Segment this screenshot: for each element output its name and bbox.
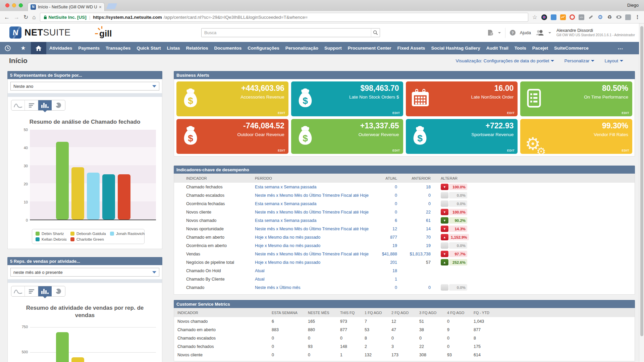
vertical-bar-chart-icon[interactable] [38, 286, 52, 296]
tile-edit-button[interactable]: EDIT [622, 111, 629, 115]
nav-item-documentos[interactable]: Documentos [211, 42, 245, 54]
nav-item-quick-start[interactable]: Quick Start [133, 42, 164, 54]
anterior-value[interactable]: 70 [397, 233, 431, 241]
metric-value[interactable]: 883 [271, 325, 308, 334]
portlet-header[interactable]: 5 Representantes de Suporte por... [7, 71, 162, 79]
nav-item-atividades[interactable]: Atividades [46, 42, 75, 54]
atual-value[interactable]: 6 [373, 216, 397, 225]
gear-extension-icon[interactable]: ⚙ [597, 14, 603, 20]
tile-edit-button[interactable]: EDIT [278, 111, 285, 115]
atual-value[interactable]: 1 [373, 275, 397, 283]
tile-edit-button[interactable]: EDIT [507, 149, 515, 152]
roles-people-icon[interactable] [535, 30, 544, 36]
kpi-tile-accessories-revenue[interactable]: $ +443,603.96 Accessories Revenue EDIT [176, 81, 288, 116]
line-chart-icon[interactable] [11, 100, 25, 110]
help-icon[interactable]: ? [510, 30, 516, 36]
anterior-value[interactable]: 0 [397, 191, 431, 199]
nav-item-support[interactable]: Support [321, 42, 345, 54]
anterior-value[interactable]: 14 [397, 225, 431, 233]
vertical-bar-chart-icon[interactable] [38, 100, 52, 110]
nav-more-button[interactable]: ... [618, 42, 623, 54]
portlet-header[interactable]: Indicadores-chave de desempenho [174, 166, 635, 174]
minimize-window-button[interactable] [12, 3, 16, 7]
anterior-value[interactable]: 0 [397, 199, 431, 208]
kpi-tile-late-non-stock-orders[interactable]: $ $98,463.70 Late Non Stock Orders $ EDI… [291, 81, 403, 116]
period-link[interactable]: Esta semana x Semana passada [255, 185, 316, 189]
address-bar[interactable]: NetSuite Inc. [US] | https://system.na1.… [40, 13, 528, 22]
period-link[interactable]: Neste mês x Mesmo Mês do Último Trimestr… [255, 252, 369, 256]
portlet-header[interactable]: 5 Reps. de vendas por atividade... [7, 257, 162, 265]
analytics-extension-icon[interactable] [560, 14, 566, 20]
period-link[interactable]: Neste mês x Mesmo Mês do Último Trimestr… [255, 227, 369, 231]
nav-item-configuracoes[interactable]: Configurações [245, 42, 282, 54]
nav-item-suitecommerce[interactable]: SuiteCommerce [551, 42, 592, 54]
nav-item-audit-trail[interactable]: Audit Trail [483, 42, 512, 54]
tile-edit-button[interactable]: EDIT [392, 111, 400, 115]
period-link[interactable]: Hoje x Mesmo dia no mês passado [255, 243, 320, 248]
window-controls[interactable] [5, 3, 23, 7]
layout-link[interactable]: Layout [604, 58, 623, 63]
period-link[interactable]: Esta semana x Semana passada [255, 201, 316, 206]
recent-records-clock-icon[interactable] [0, 42, 15, 54]
nav-item-personalizacao[interactable]: Personalização [282, 42, 321, 54]
kpi-tile-outerwear-revenue[interactable]: $ +13,337.65 Outerwear Revenue EDIT [291, 119, 403, 154]
anterior-value[interactable]: $1,813,738 [397, 250, 431, 258]
metric-value[interactable]: 0 [271, 351, 308, 359]
portlet-date-settings-link[interactable]: Visualização: Configurações de data do p… [455, 58, 554, 63]
atual-value[interactable]: $41,888 [373, 250, 397, 258]
tag-extension-icon[interactable] [551, 14, 556, 20]
period-dropdown[interactable]: Neste ano [10, 82, 159, 90]
reload-icon[interactable]: ↻ [23, 14, 28, 20]
red-o-extension-icon[interactable] [570, 14, 575, 20]
page-scrollbar[interactable] [639, 23, 644, 362]
colorzilla-extension-icon[interactable] [541, 14, 547, 20]
kpi-tile-late-nonstock-order[interactable]: 16.00 Late NonStock Order EDIT [406, 81, 518, 116]
new-record-icon[interactable] [487, 29, 494, 36]
period-link[interactable]: Esta semana x Semana passada [255, 218, 316, 223]
help-label[interactable]: Ajuda [520, 30, 531, 35]
wrench-extension-icon[interactable] [588, 14, 594, 20]
code-extension-icon[interactable]: </> [579, 14, 584, 20]
tile-edit-button[interactable]: EDIT [278, 149, 285, 152]
anterior-value[interactable]: 18 [397, 183, 431, 191]
period-link[interactable]: Atual [255, 268, 265, 273]
anterior-value[interactable]: 61 [397, 216, 431, 225]
kpi-tile-vendor-fill-rates[interactable]: ⚙⚙ 99.30% Vendor Fill Rates EDIT [520, 119, 632, 154]
kpi-tile-outdoor-gear-revenue[interactable]: $ -746,084.52 Outdoor Gear Revenue EDIT [176, 119, 288, 154]
kpi-tile-on-time-performance[interactable]: 80.50% On Time Performance EDIT [520, 81, 632, 116]
atual-value[interactable]: 12 [373, 225, 397, 233]
line-chart-icon[interactable] [11, 286, 25, 296]
netsuite-logo[interactable]: N NETSUITE [9, 26, 71, 39]
atual-value[interactable]: 0 [373, 191, 397, 199]
ev-certificate-label[interactable]: NetSuite Inc. [US] [49, 15, 87, 20]
forward-icon[interactable]: → [14, 14, 19, 20]
search-icon[interactable] [371, 28, 380, 37]
nav-item-fixed-assets[interactable]: Fixed Assets [394, 42, 428, 54]
metric-value[interactable]: 6 [271, 317, 308, 325]
browser-tab[interactable]: N Início - NetSuite (Gill OW WD U × [28, 2, 105, 11]
horizontal-bar-chart-icon[interactable] [25, 100, 38, 110]
period-link[interactable]: Neste mês x Mesmo Mês do Último Trimestr… [255, 193, 369, 198]
atual-value[interactable]: 0 [373, 283, 397, 292]
horizontal-bar-chart-icon[interactable] [25, 286, 38, 296]
atual-value[interactable]: 19 [373, 241, 397, 250]
nav-item-social-hashtag-gallery[interactable]: Social Hashtag Gallery [428, 42, 483, 54]
bookmark-star-icon[interactable]: ☆ [532, 14, 537, 21]
nav-item-listas[interactable]: Listas [164, 42, 183, 54]
tab-close-icon[interactable]: × [99, 5, 102, 9]
pie-chart-icon[interactable] [52, 100, 65, 110]
tile-edit-button[interactable]: EDIT [622, 149, 629, 152]
personalize-link[interactable]: Personalizar [564, 58, 594, 63]
shortcuts-star-icon[interactable]: ★ [15, 42, 31, 54]
nav-item-pacejet[interactable]: Pacejet [529, 42, 551, 54]
kpi-tile-sportswear-revenue[interactable]: $ +722.93 Sportswear Revenue EDIT [406, 119, 518, 154]
home-icon[interactable]: ⌂ [32, 14, 36, 20]
tile-edit-button[interactable]: EDIT [392, 149, 400, 152]
browser-profile-name[interactable]: Diego [627, 3, 639, 8]
portlet-header[interactable]: Business Alerts [174, 71, 635, 79]
anterior-value[interactable]: 22 [397, 208, 431, 216]
recycle-extension-icon[interactable]: ♻ [607, 14, 612, 20]
search-input[interactable] [202, 30, 371, 35]
atual-value[interactable]: 0 [373, 183, 397, 191]
metric-value[interactable]: 0 [271, 334, 308, 342]
